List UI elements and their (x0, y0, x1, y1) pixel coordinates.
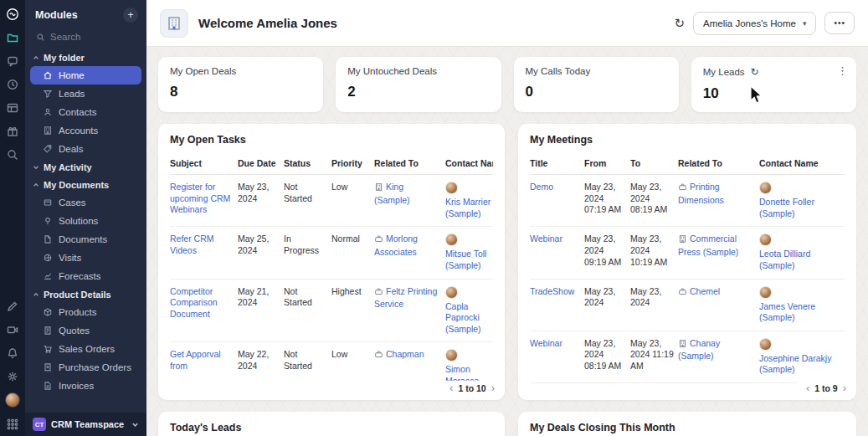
gift-box-icon[interactable] (6, 124, 20, 138)
sidebar-item-products[interactable]: Products (30, 303, 141, 321)
kpi-card-my-untouched-deals[interactable]: My Untouched Deals 2 (336, 57, 501, 112)
table-row[interactable]: Webinar May 23, 2024 09:19 AM May 23, 20… (530, 227, 845, 279)
meeting-to: May 23, 2024 08:19 AM (630, 182, 674, 216)
briefcase-icon (678, 287, 687, 300)
sidebar-item-purchase-orders[interactable]: Purchase Orders (30, 358, 141, 377)
chevron-up-icon (33, 182, 39, 188)
home-page-icon (160, 9, 188, 38)
teamspace-badge: CT (33, 418, 46, 431)
refresh-icon[interactable]: ↻ (751, 66, 759, 78)
sidebar-item-accounts[interactable]: Accounts (30, 121, 141, 140)
zia-search-icon[interactable] (6, 147, 20, 162)
contact-link[interactable]: Capla Paprocki (Sample) (445, 301, 493, 336)
video-meeting-icon[interactable] (6, 322, 20, 336)
contact-avatar (445, 182, 458, 194)
history-clock-icon[interactable] (6, 77, 20, 91)
add-module-button[interactable]: + (123, 8, 138, 23)
contact-link[interactable]: Mitsue Toll (Sample) (445, 249, 493, 271)
next-page-icon[interactable]: › (843, 382, 846, 393)
folder-app-icon[interactable] (6, 30, 20, 44)
home-selector-dropdown[interactable]: Amelia Jones's Home ▾ (693, 12, 816, 35)
section-my-activity[interactable]: My Activity (25, 158, 146, 176)
kpi-card-my-leads[interactable]: My Leads ↻ ⋮ 10 (691, 57, 856, 112)
contact-avatar (445, 286, 458, 299)
section-my-folder[interactable]: My folder (25, 49, 146, 66)
teamspace-switcher[interactable]: CT CRM Teamspace (25, 413, 146, 436)
briefcase-icon (374, 350, 383, 362)
sidebar-item-deals[interactable]: Deals (30, 140, 141, 158)
table-row[interactable]: Competitor Comparison Document May 21, 2… (170, 280, 493, 343)
meeting-title-link[interactable]: Webinar (530, 338, 562, 348)
task-subject-link[interactable]: Register for upcoming CRM Webinars (170, 182, 230, 214)
kpi-card-my-calls-today[interactable]: My Calls Today 0 (514, 57, 679, 112)
settings-gear-icon[interactable] (6, 369, 20, 383)
dashboard-panels: My Open Tasks Subject Due Date Status Pr… (146, 112, 868, 400)
contact-link[interactable]: Josephine Darakjy (Sample) (759, 353, 845, 376)
todays-leads-panel: Today's Leads (158, 412, 505, 436)
panel-title: Today's Leads (170, 422, 493, 433)
meeting-title-link[interactable]: Webinar (530, 233, 562, 244)
sidebar-search[interactable] (25, 28, 146, 45)
task-subject-link[interactable]: Refer CRM Videos (170, 233, 214, 255)
section-product-details[interactable]: Product Details (25, 285, 146, 303)
prev-page-icon[interactable]: ‹ (806, 382, 809, 393)
chat-app-icon[interactable] (6, 54, 20, 68)
panel-title: My Deals Closing This Month (530, 422, 845, 433)
task-subject-link[interactable]: Competitor Comparison Document (170, 286, 218, 319)
building-icon (678, 339, 687, 351)
cart-icon (43, 344, 53, 354)
section-my-documents[interactable]: My Documents (25, 176, 146, 193)
page-range: 1 to 10 (458, 383, 485, 393)
meeting-title-link[interactable]: Demo (530, 182, 553, 192)
refresh-icon[interactable]: ↻ (675, 16, 686, 31)
sidebar-item-visits[interactable]: Visits (30, 249, 141, 267)
contact-avatar (445, 233, 458, 246)
kebab-menu-icon[interactable]: ⋮ (837, 64, 848, 77)
contact-link[interactable]: Donette Foller (Sample) (759, 197, 845, 219)
sidebar-item-invoices[interactable]: Invoices (30, 377, 141, 395)
kpi-label: My Calls Today (526, 66, 667, 76)
kpi-card-my-open-deals[interactable]: My Open Deals 8 (158, 57, 323, 112)
search-input[interactable] (50, 32, 134, 42)
meeting-title-link[interactable]: TradeShow (530, 286, 574, 296)
sidebar-item-quotes[interactable]: Quotes (30, 321, 141, 340)
prev-page-icon[interactable]: ‹ (449, 382, 453, 393)
sidebar-item-cases[interactable]: Cases (30, 193, 141, 212)
related-to-link[interactable]: Chemel (690, 286, 720, 296)
sidebar-item-solutions[interactable]: Solutions (30, 212, 141, 230)
more-options-button[interactable]: ••• (824, 12, 855, 34)
contact-link[interactable]: Kris Marrier (Sample) (445, 197, 493, 219)
quote-doc-icon (43, 326, 53, 336)
sidebar-item-documents[interactable]: Documents (30, 230, 141, 249)
meetings-panel: My Meetings Title From To Related To Con… (518, 124, 856, 400)
table-row[interactable]: Webinar May 23, 2024 08:19 AM May 23, 20… (530, 331, 845, 383)
contact-link[interactable]: James Venere (Sample) (759, 301, 845, 324)
sidebar-nav: My folder Home Leads Contacts Accounts D… (25, 45, 146, 413)
contact-link[interactable]: Leota Dilliard (Sample) (759, 249, 845, 271)
zoho-crm-logo-icon[interactable] (6, 7, 20, 21)
next-page-icon[interactable]: › (491, 382, 495, 393)
sidebar-item-home[interactable]: Home (30, 66, 141, 85)
compose-icon[interactable] (6, 299, 20, 313)
related-to-link[interactable]: Feltz Printing Service (374, 286, 437, 310)
user-avatar[interactable] (5, 392, 20, 408)
table-row[interactable]: Refer CRM Videos May 25, 2024 In Progres… (170, 227, 493, 279)
table-row[interactable]: Register for upcoming CRM Webinars May 2… (170, 175, 493, 227)
sidebar-item-sales-orders[interactable]: Sales Orders (30, 340, 141, 358)
chevron-up-icon (33, 54, 39, 61)
sidebar-item-contacts[interactable]: Contacts (30, 103, 141, 121)
kpi-row: My Open Deals 8 My Untouched Deals 2 My … (146, 47, 868, 112)
related-to-link[interactable]: Chapman (386, 349, 424, 359)
dashboard-panel-icon[interactable] (6, 100, 20, 115)
table-body: Demo May 23, 2024 07:19 AM May 23, 2024 … (530, 175, 845, 393)
notifications-bell-icon[interactable] (6, 346, 20, 360)
task-subject-link[interactable]: Get Apporval from (170, 349, 221, 371)
task-due-date: May 21, 2024 (238, 286, 280, 309)
table-row[interactable]: Demo May 23, 2024 07:19 AM May 23, 2024 … (530, 175, 845, 227)
app-grid-icon[interactable] (6, 417, 20, 431)
building-icon (678, 234, 687, 247)
chevron-down-icon (33, 164, 39, 171)
sidebar-item-leads[interactable]: Leads (30, 85, 141, 103)
sidebar-item-forecasts[interactable]: Forecasts (30, 267, 141, 285)
table-row[interactable]: TradeShow May 23, 2024 May 23, 2024 Chem… (530, 280, 845, 331)
